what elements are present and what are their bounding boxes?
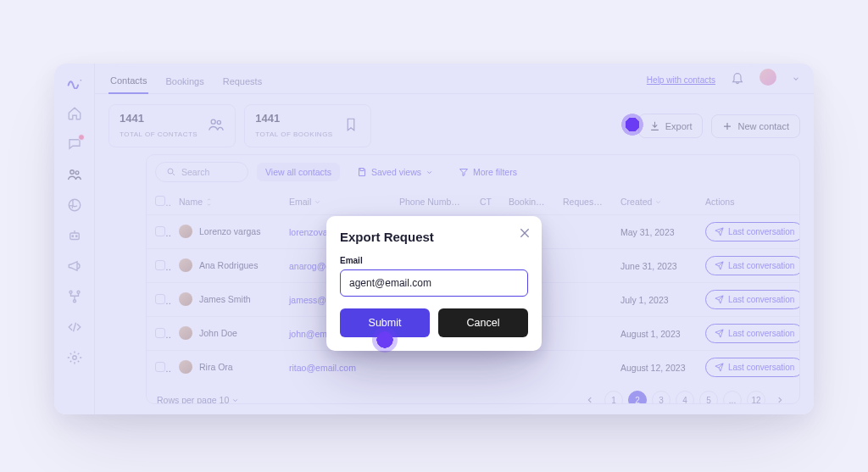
tab-bookings[interactable]: Bookings [164, 76, 205, 93]
close-icon[interactable] [518, 226, 531, 243]
megaphone-icon[interactable] [67, 258, 82, 274]
col-name[interactable]: Name [170, 189, 281, 215]
tab-contacts[interactable]: Contacts [108, 75, 148, 94]
user-avatar[interactable] [760, 69, 776, 86]
page-prev[interactable] [581, 391, 599, 404]
bot-icon[interactable] [67, 228, 82, 243]
row-checkbox[interactable] [155, 260, 165, 270]
row-checkbox[interactable] [155, 226, 165, 236]
col-ct[interactable]: CT [471, 189, 500, 215]
contact-name[interactable]: Ana Rodrigues [179, 258, 258, 272]
new-contact-button-label: New contact [737, 121, 789, 131]
last-conversation-button[interactable]: Last conversation [705, 324, 800, 343]
contact-name[interactable]: John Doe [179, 326, 237, 340]
home-icon[interactable] [67, 106, 82, 121]
avatar [179, 258, 192, 272]
stat-contacts-value: 1441 [120, 112, 198, 125]
search-icon [166, 167, 176, 177]
contacts-icon[interactable] [67, 167, 82, 182]
table-row: Rira Oraritao@email.comAugust 12, 2023La… [147, 351, 800, 385]
page-next[interactable] [771, 391, 789, 404]
svg-point-11 [72, 356, 76, 360]
last-conversation-button[interactable]: Last conversation [705, 256, 800, 275]
col-requests[interactable]: Requests [554, 189, 612, 215]
stats-row: 1441 TOTAL OF CONTACTS 1441 TOTAL OF BOO… [95, 94, 814, 154]
chevron-down-icon[interactable] [792, 75, 800, 93]
workflow-icon[interactable] [67, 289, 82, 304]
col-bookings[interactable]: Bookings [500, 189, 554, 215]
view-all-button[interactable]: View all contacts [257, 163, 340, 181]
stat-bookings: 1441 TOTAL OF BOOKINGS [244, 104, 371, 147]
svg-point-10 [73, 300, 75, 303]
svg-point-9 [77, 291, 80, 293]
svg-point-2 [70, 170, 74, 175]
search-placeholder: Search [181, 167, 209, 177]
row-checkbox[interactable] [155, 362, 165, 372]
last-conversation-button[interactable]: Last conversation [705, 222, 800, 242]
page-number[interactable]: 5 [699, 391, 718, 404]
notification-dot-icon [78, 134, 85, 141]
row-checkbox[interactable] [155, 328, 165, 338]
last-conversation-button[interactable]: Last conversation [705, 290, 800, 309]
select-all-checkbox[interactable] [155, 196, 165, 206]
brand-logo-icon [67, 75, 82, 91]
rows-per-page-value[interactable]: 10 [220, 395, 230, 404]
svg-point-6 [72, 236, 74, 237]
code-icon[interactable] [67, 319, 82, 335]
stat-bookings-label: TOTAL OF BOOKINGS [255, 130, 332, 138]
modal-title: Export Request [340, 230, 528, 244]
row-checkbox[interactable] [155, 294, 165, 304]
created-date: June 31, 2023 [612, 249, 697, 283]
contact-name[interactable]: Rira Ora [179, 360, 233, 374]
export-modal: Export Request Email Submit Cancel [326, 216, 542, 351]
avatar [179, 360, 192, 374]
sort-desc-icon [314, 197, 321, 208]
col-created[interactable]: Created [612, 189, 697, 215]
stat-bookings-value: 1441 [255, 112, 332, 125]
svg-rect-5 [70, 233, 79, 240]
save-icon [357, 167, 367, 177]
globe-icon[interactable] [67, 197, 82, 213]
page-number[interactable]: 1 [604, 391, 623, 404]
saved-views-button[interactable]: Saved views [348, 163, 442, 181]
avatar [179, 326, 192, 340]
gear-icon[interactable] [67, 350, 82, 365]
contact-name[interactable]: Lorenzo vargas [179, 225, 260, 238]
email-field-label: Email [340, 256, 528, 265]
rows-per-page-label: Rows per page [157, 395, 217, 404]
help-link[interactable]: Help with contacts [647, 75, 715, 93]
page-number[interactable]: ... [723, 391, 742, 404]
chat-icon[interactable] [67, 136, 82, 152]
svg-point-1 [80, 80, 81, 81]
page-number[interactable]: 12 [747, 391, 765, 404]
new-contact-button[interactable]: New contact [711, 114, 800, 138]
export-button[interactable]: Export [638, 114, 704, 138]
more-filters-button[interactable]: More filters [450, 163, 526, 181]
col-email[interactable]: Email [281, 189, 391, 215]
more-filters-label: More filters [473, 167, 517, 177]
bell-icon[interactable] [731, 71, 744, 93]
stat-contacts-label: TOTAL OF CONTACTS [120, 130, 198, 138]
pagination-bar: Rows per page 10 12345...12 [147, 384, 799, 404]
col-actions: Actions [697, 189, 800, 215]
tab-requests[interactable]: Requests [221, 76, 264, 93]
col-phone[interactable]: Phone Number [391, 189, 471, 215]
cancel-button[interactable]: Cancel [438, 308, 528, 337]
pager: 12345...12 [581, 391, 789, 404]
page-number[interactable]: 3 [652, 391, 670, 404]
contact-email[interactable]: ritao@email.com [289, 363, 356, 373]
chevron-down-icon [426, 169, 433, 176]
sort-icon [205, 197, 213, 208]
export-button-label: Export [665, 121, 693, 131]
top-tabs: Contacts Bookings Requests Help with con… [95, 64, 814, 94]
sidebar [54, 64, 95, 414]
created-date: August 12, 2023 [612, 351, 697, 385]
email-field[interactable] [340, 269, 528, 297]
last-conversation-button[interactable]: Last conversation [705, 358, 800, 377]
page-number[interactable]: 4 [676, 391, 694, 404]
created-date: July 1, 2023 [612, 283, 697, 317]
contact-name[interactable]: James Smith [179, 292, 251, 306]
page-number[interactable]: 2 [628, 391, 647, 404]
search-input[interactable]: Search [155, 162, 248, 182]
submit-button[interactable]: Submit [340, 308, 430, 337]
